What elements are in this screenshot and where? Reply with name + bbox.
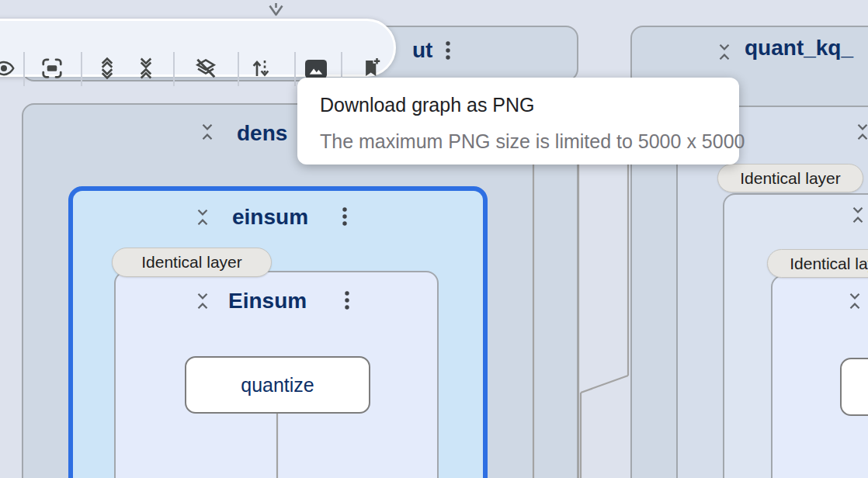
tooltip-title: Download graph as PNG — [320, 94, 535, 116]
fit-to-screen-icon[interactable] — [40, 57, 64, 80]
collapse-layer-icon[interactable] — [199, 120, 216, 144]
collapse-all-layers-icon[interactable] — [134, 57, 158, 80]
visibility-icon[interactable] — [0, 57, 16, 80]
group-einsum-title: einsum — [232, 206, 308, 228]
group-quant-kq-title: quant_kq_ — [745, 37, 853, 59]
trace-inputs-outputs-icon[interactable] — [249, 57, 273, 80]
identical-layer-badge: Identical layer — [112, 248, 272, 277]
collapse-layer-icon[interactable] — [854, 120, 868, 144]
op-node-quantize-label: quantize — [241, 374, 314, 397]
toolbar-separator — [173, 52, 175, 86]
group-einsum-menu-icon[interactable] — [341, 205, 349, 230]
toolbar-separator — [238, 52, 239, 86]
add-bookmark-icon[interactable] — [359, 57, 383, 80]
download-png-tooltip: Download graph as PNG The maximum PNG si… — [297, 78, 739, 165]
op-node-partial[interactable] — [840, 358, 868, 416]
toolbar-separator — [23, 52, 25, 86]
group-einsum-inner-title: Einsum — [228, 290, 307, 312]
group-dens-title: dens — [237, 123, 287, 144]
identical-layer-badge: Identical layer — [717, 164, 863, 192]
group-top-menu-icon[interactable] — [444, 39, 452, 64]
collapse-layer-icon[interactable] — [716, 40, 733, 64]
graph-canvas[interactable]: ut dens quant_kq_ einsum — [0, 0, 868, 478]
graph-toolbar — [0, 19, 396, 77]
identical-layer-badge: Identical layer — [767, 249, 868, 278]
group-einsum-inner-menu-icon[interactable] — [343, 289, 351, 313]
collapse-layer-icon[interactable] — [194, 206, 211, 229]
collapse-layer-icon[interactable] — [194, 289, 211, 313]
toolbar-separator — [81, 52, 82, 86]
flatten-layers-icon[interactable] — [194, 57, 217, 80]
toolbar-separator — [294, 52, 296, 86]
collapse-layer-icon[interactable] — [846, 289, 863, 313]
pointer-arrow-icon — [268, 2, 284, 16]
group-top-title: ut — [412, 40, 432, 61]
expand-all-layers-icon[interactable] — [95, 57, 119, 80]
tooltip-subtitle: The maximum PNG size is limited to 5000 … — [320, 130, 745, 153]
op-node-quantize[interactable]: quantize — [185, 356, 370, 414]
collapse-layer-icon[interactable] — [849, 203, 866, 227]
